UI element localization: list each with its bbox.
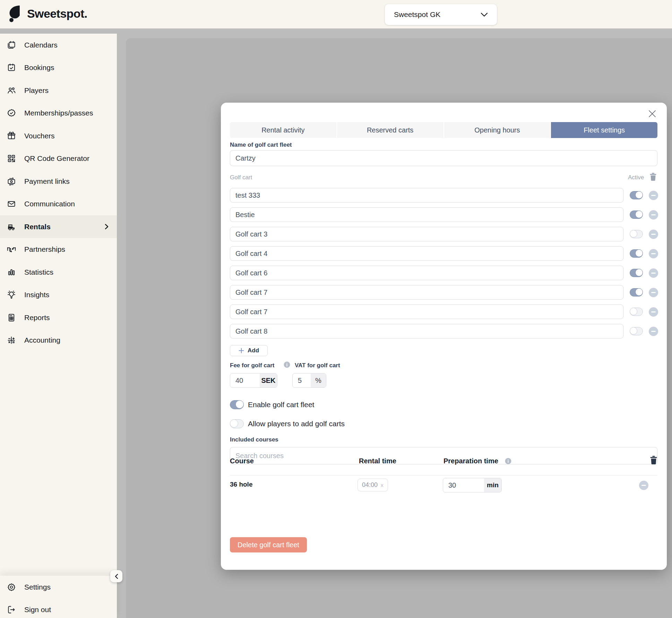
sidebar-item-partnerships[interactable]: Partnerships	[0, 238, 117, 261]
sidebar-item-players[interactable]: Players	[0, 79, 117, 102]
gear-icon	[7, 582, 16, 592]
golf-cart-active-toggle[interactable]	[630, 327, 643, 335]
preparation-time-unit: min	[484, 478, 501, 492]
golf-cart-active-toggle[interactable]	[630, 211, 643, 219]
golf-cart-name-input[interactable]	[230, 285, 623, 300]
bar-chart-icon	[7, 267, 16, 277]
sidebar-item-label: QR Code Generator	[24, 154, 109, 163]
math-operations-icon	[7, 335, 16, 345]
handshake-icon	[7, 244, 16, 254]
close-icon[interactable]	[647, 108, 658, 119]
rental-time-chip[interactable]: 04:00 x	[357, 479, 388, 491]
sidebar-item-memberships[interactable]: Memberships/passes	[0, 102, 117, 125]
sidebar-item-qr-code-generator[interactable]: QR Code Generator	[0, 147, 117, 170]
tab-rental-activity[interactable]: Rental activity	[230, 122, 337, 138]
delete-column-trash-icon[interactable]	[649, 173, 657, 182]
sidebar-item-label: Rentals	[24, 223, 96, 231]
rental-time-column-header: Rental time	[359, 457, 396, 465]
sidebar-item-settings[interactable]: Settings	[0, 576, 117, 599]
gift-icon	[7, 131, 16, 141]
golf-cart-active-toggle[interactable]	[630, 249, 643, 258]
remove-time-icon[interactable]: x	[381, 482, 384, 488]
remove-golf-cart-icon[interactable]	[649, 191, 658, 200]
golf-cart-row	[230, 324, 658, 338]
logo-text: Sweetspot.	[27, 7, 87, 20]
sidebar-item-label: Payment links	[24, 177, 109, 186]
sidebar-item-communication[interactable]: Communication	[0, 193, 117, 216]
fee-input[interactable]: 40 SEK	[230, 373, 277, 388]
calendar-stack-icon	[7, 40, 16, 50]
qr-code-icon	[7, 154, 16, 163]
golf-cart-name-input[interactable]	[230, 266, 623, 280]
sidebar-item-statistics[interactable]: Statistics	[0, 261, 117, 284]
golf-cart-name-input[interactable]	[230, 304, 623, 319]
sidebar-item-accounting[interactable]: Accounting	[0, 329, 117, 352]
sign-out-icon	[7, 605, 16, 615]
badge-check-icon	[7, 108, 16, 118]
club-selector-value: Sweetspot GK	[394, 10, 440, 19]
golf-cart-name-input[interactable]	[230, 227, 623, 241]
sidebar-item-calendars[interactable]: Calendars	[0, 34, 117, 57]
preparation-time-input[interactable]: 30 min	[443, 478, 502, 492]
sidebar-item-sign-out[interactable]: Sign out	[0, 599, 117, 618]
golf-cart-active-toggle[interactable]	[630, 191, 643, 199]
fleet-name-input[interactable]	[230, 150, 657, 166]
golf-cart-name-input[interactable]	[230, 324, 623, 338]
delete-fleet-button[interactable]: Delete golf cart fleet	[230, 537, 307, 552]
sidebar-item-reports[interactable]: Reports	[0, 306, 117, 329]
golf-cart-list	[230, 188, 658, 338]
golf-cart-row	[230, 266, 658, 280]
sidebar-item-vouchers[interactable]: Vouchers	[0, 125, 117, 147]
course-table-trash-icon[interactable]	[650, 456, 657, 466]
sidebar-nav: Calendars Bookings	[0, 34, 117, 352]
sidebar: Calendars Bookings	[0, 34, 117, 618]
vat-input[interactable]: 5 %	[292, 373, 326, 388]
allow-players-toggle[interactable]	[230, 419, 244, 428]
add-golf-cart-button[interactable]: Add	[230, 345, 268, 356]
golf-cart-active-toggle[interactable]	[630, 288, 643, 297]
allow-players-row: Allow players to add golf carts	[230, 419, 345, 428]
fee-info-icon[interactable]	[284, 361, 290, 368]
remove-golf-cart-icon[interactable]	[649, 307, 658, 317]
sidebar-item-label: Sign out	[24, 606, 109, 614]
golf-cart-name-input[interactable]	[230, 207, 623, 222]
banknote-arrows-icon	[7, 177, 16, 186]
sidebar-item-bookings[interactable]: Bookings	[0, 57, 117, 79]
course-name: 36 hole	[230, 481, 252, 488]
remove-golf-cart-icon[interactable]	[649, 268, 658, 278]
tab-fleet-settings[interactable]: Fleet settings	[551, 122, 657, 138]
remove-golf-cart-icon[interactable]	[649, 249, 658, 258]
golf-cart-name-input[interactable]	[230, 188, 623, 203]
club-selector-dropdown[interactable]: Sweetspot GK	[385, 4, 497, 25]
preparation-time-column-header: Preparation time	[443, 457, 498, 465]
remove-golf-cart-icon[interactable]	[649, 230, 658, 239]
sidebar-item-label: Players	[24, 86, 109, 95]
enable-fleet-label: Enable golf cart fleet	[248, 401, 314, 409]
golf-cart-row	[230, 207, 658, 222]
sidebar-item-label: Bookings	[24, 63, 109, 72]
sidebar-item-payment-links[interactable]: Payment links	[0, 170, 117, 193]
remove-golf-cart-icon[interactable]	[649, 327, 658, 336]
tab-reserved-carts[interactable]: Reserved carts	[337, 122, 444, 138]
calendar-check-icon	[7, 63, 16, 72]
sidebar-item-label: Settings	[24, 583, 109, 591]
golf-cart-name-input[interactable]	[230, 246, 623, 261]
golf-cart-active-toggle[interactable]	[630, 269, 643, 277]
golf-cart-active-toggle[interactable]	[630, 230, 643, 238]
tab-opening-hours[interactable]: Opening hours	[444, 122, 551, 138]
chevron-down-icon	[481, 12, 488, 17]
sidebar-item-rentals[interactable]: Rentals	[0, 215, 117, 238]
enable-fleet-row: Enable golf cart fleet	[230, 400, 314, 409]
chevron-left-icon	[114, 573, 119, 580]
golf-cart-active-toggle[interactable]	[630, 308, 643, 316]
sidebar-item-insights[interactable]: Insights	[0, 284, 117, 307]
remove-golf-cart-icon[interactable]	[649, 210, 658, 220]
remove-course-icon[interactable]	[639, 481, 648, 490]
vat-value: 5	[293, 374, 311, 387]
remove-golf-cart-icon[interactable]	[649, 288, 658, 297]
enable-fleet-toggle[interactable]	[230, 400, 244, 409]
sidebar-collapse-button[interactable]	[110, 570, 122, 582]
fleet-name-label: Name of golf cart fleet	[230, 141, 292, 148]
modal-tabs: Rental activity Reserved carts Opening h…	[230, 122, 657, 138]
preparation-time-info-icon[interactable]	[505, 458, 511, 464]
